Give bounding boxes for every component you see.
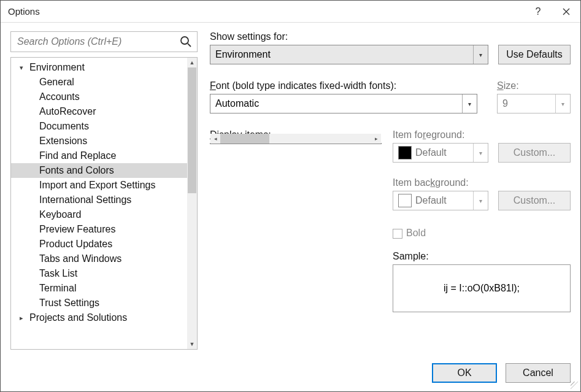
use-defaults-button[interactable]: Use Defaults bbox=[498, 45, 571, 64]
tree-items: ▾EnvironmentGeneralAccountsAutoRecoverDo… bbox=[11, 58, 187, 349]
item-foreground-value: Default bbox=[415, 147, 447, 158]
chevron-down-icon: ▾ bbox=[473, 45, 488, 64]
svg-point-0 bbox=[181, 37, 188, 44]
tree-item[interactable]: Fonts and Colors bbox=[11, 163, 187, 178]
item-background-value: Default bbox=[415, 195, 447, 206]
tree-item[interactable]: Extensions bbox=[11, 134, 187, 148]
tree-item[interactable]: Trust Settings bbox=[11, 296, 187, 310]
search-input[interactable] bbox=[16, 36, 176, 48]
tree-item-label: Import and Export Settings bbox=[39, 180, 155, 191]
bold-checkbox: Bold bbox=[393, 228, 571, 239]
item-background-select: Default ▾ bbox=[393, 191, 488, 210]
tree-item[interactable]: ▾Environment bbox=[11, 60, 187, 75]
tree-item[interactable]: General bbox=[11, 75, 187, 90]
item-background-label: Item background: bbox=[393, 177, 571, 188]
tree-item[interactable]: Terminal bbox=[11, 281, 187, 296]
tree-item[interactable]: Product Updates bbox=[11, 237, 187, 252]
tree-item[interactable]: Tabs and Windows bbox=[11, 252, 187, 266]
scroll-up-button[interactable]: ▲ bbox=[187, 58, 197, 67]
tree-item-label: Keyboard bbox=[39, 209, 82, 220]
search-options[interactable] bbox=[10, 31, 198, 52]
scroll-thumb[interactable] bbox=[188, 67, 196, 193]
tree-item-label: Fonts and Colors bbox=[39, 165, 114, 176]
tree-item-label: Preview Features bbox=[39, 224, 116, 235]
scroll-right-button[interactable]: ▸ bbox=[371, 134, 381, 144]
hscroll-thumb[interactable] bbox=[220, 134, 269, 144]
search-icon bbox=[180, 36, 192, 48]
show-settings-select[interactable]: Environment ▾ bbox=[210, 45, 488, 64]
sample-preview: ij = I::oO(0xB81l); bbox=[393, 264, 571, 312]
options-tree: ▾EnvironmentGeneralAccountsAutoRecoverDo… bbox=[10, 57, 198, 350]
custom-foreground-button: Custom... bbox=[498, 143, 571, 163]
size-label: Size: bbox=[497, 80, 571, 91]
ok-button[interactable]: OK bbox=[432, 363, 497, 383]
tree-item-label: Extensions bbox=[39, 136, 87, 147]
tree-item-label: Find and Replace bbox=[39, 150, 116, 161]
item-foreground-select: Default ▾ bbox=[393, 143, 488, 163]
chevron-right-icon: ▸ bbox=[20, 314, 27, 322]
tree-scrollbar[interactable]: ▲ ▼ bbox=[187, 58, 197, 349]
font-select[interactable]: Automatic ▾ bbox=[210, 94, 477, 113]
sample-text: ij = I::oO(0xB81l); bbox=[444, 283, 520, 294]
tree-item-label: General bbox=[39, 77, 74, 88]
tree-item-label: Product Updates bbox=[39, 239, 112, 250]
chevron-down-icon: ▾ bbox=[473, 144, 488, 162]
chevron-down-icon: ▾ bbox=[20, 64, 27, 72]
scroll-down-button[interactable]: ▼ bbox=[187, 339, 197, 349]
tree-item-label: Documents bbox=[39, 121, 89, 132]
close-button[interactable] bbox=[552, 1, 580, 23]
tree-item-label: Projects and Solutions bbox=[29, 312, 127, 323]
tree-item[interactable]: Preview Features bbox=[11, 222, 187, 237]
chevron-down-icon: ▾ bbox=[462, 94, 477, 113]
window-title: Options bbox=[8, 6, 524, 17]
sample-label: Sample: bbox=[393, 251, 571, 262]
font-value: Automatic bbox=[215, 98, 259, 109]
tree-item[interactable]: International Settings bbox=[11, 193, 187, 207]
size-select: 9 ▾ bbox=[497, 94, 571, 113]
font-label: Font (bold type indicates fixed-width fo… bbox=[210, 80, 477, 91]
tree-item[interactable]: Accounts bbox=[11, 90, 187, 104]
chevron-down-icon: ▾ bbox=[555, 94, 570, 113]
help-button[interactable]: ? bbox=[524, 1, 552, 23]
list-hscrollbar[interactable]: ◂ ▸ bbox=[210, 134, 381, 144]
display-items-list[interactable]: Plain TextToolTipToolTip Border ◂ ▸ bbox=[210, 143, 382, 144]
tree-item[interactable]: Documents bbox=[11, 119, 187, 134]
tree-item[interactable]: AutoRecover bbox=[11, 104, 187, 119]
tree-item[interactable]: Find and Replace bbox=[11, 148, 187, 163]
show-settings-label: Show settings for: bbox=[210, 31, 571, 42]
color-swatch-white bbox=[398, 194, 412, 207]
cancel-button[interactable]: Cancel bbox=[506, 363, 571, 383]
color-swatch-black bbox=[398, 146, 412, 159]
tree-item-label: Trust Settings bbox=[39, 298, 99, 309]
scroll-left-button[interactable]: ◂ bbox=[210, 134, 220, 144]
tree-item-label: Accounts bbox=[39, 91, 80, 102]
show-settings-value: Environment bbox=[215, 49, 271, 60]
titlebar: Options ? bbox=[1, 1, 580, 23]
tree-item-label: Tabs and Windows bbox=[39, 253, 121, 264]
tree-item[interactable]: Import and Export Settings bbox=[11, 178, 187, 193]
tree-item[interactable]: ▸Projects and Solutions bbox=[11, 310, 187, 325]
size-value: 9 bbox=[502, 98, 508, 109]
checkbox-icon bbox=[393, 229, 402, 239]
tree-item-label: AutoRecover bbox=[39, 106, 96, 117]
tree-item-label: Task List bbox=[39, 268, 77, 279]
item-foreground-label: Item foreground: bbox=[393, 129, 571, 140]
tree-item-label: Environment bbox=[29, 62, 85, 73]
resize-grip-icon[interactable] bbox=[571, 382, 578, 389]
tree-item[interactable]: Keyboard bbox=[11, 207, 187, 222]
tree-item-label: International Settings bbox=[39, 194, 131, 206]
close-icon bbox=[563, 8, 570, 15]
options-dialog: Options ? ▾EnvironmentGeneralAccountsAut… bbox=[0, 0, 581, 392]
chevron-down-icon: ▾ bbox=[473, 191, 488, 210]
tree-item[interactable]: Task List bbox=[11, 266, 187, 281]
tree-item-label: Terminal bbox=[39, 283, 76, 294]
custom-background-button: Custom... bbox=[498, 191, 571, 210]
